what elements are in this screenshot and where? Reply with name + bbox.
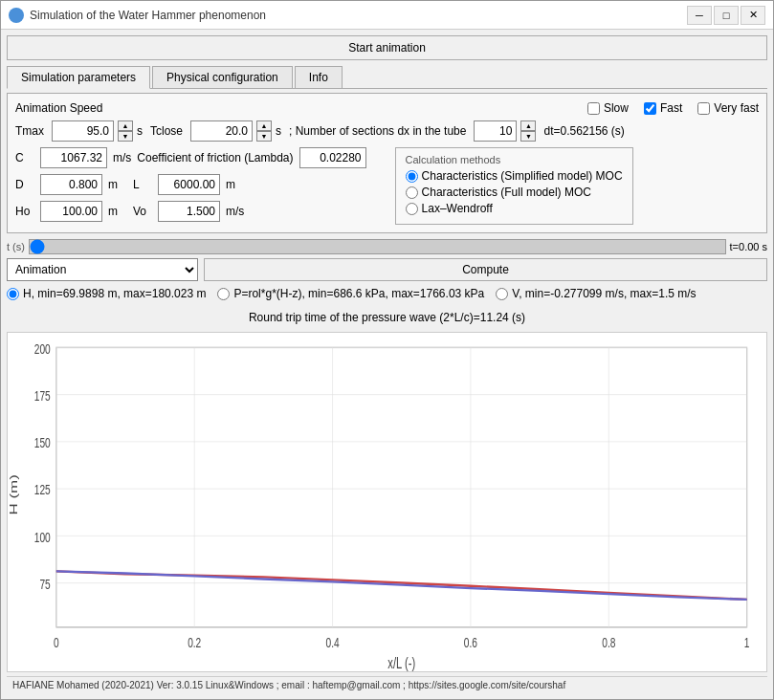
params-panel: Animation Speed Slow Fast Very fast Tmax	[7, 93, 767, 233]
svg-text:100: 100	[34, 528, 51, 545]
tclose-unit: s	[276, 124, 281, 138]
time-params-row: Tmax ▲ ▼ s Tclose ▲ ▼ s	[15, 120, 759, 142]
c-unit: m/s	[113, 151, 131, 164]
svg-text:1: 1	[744, 634, 750, 651]
very-fast-checkbox[interactable]	[697, 102, 710, 115]
chart-svg: 200 175 150 125 100 75 0 0.2 0.4 0.6 0.8…	[8, 333, 766, 671]
tclose-down-button[interactable]: ▼	[256, 131, 272, 142]
tmax-input[interactable]	[52, 120, 114, 142]
dl-field-row: D m L m	[15, 174, 366, 195]
ho-input[interactable]	[40, 201, 102, 222]
animation-speed-label: Animation Speed	[15, 101, 102, 115]
t-display: t=0.00 s	[730, 241, 767, 252]
tabs-bar: Simulation parameters Physical configura…	[7, 66, 767, 89]
tab-simulation-parameters[interactable]: Simulation parameters	[7, 66, 150, 89]
l-unit: m	[226, 178, 235, 191]
tab-info[interactable]: Info	[295, 66, 343, 88]
animation-dropdown[interactable]: Animation	[7, 258, 198, 281]
h-label: H, min=69.9898 m, max=180.023 m	[23, 287, 206, 300]
tmax-unit: s	[137, 124, 143, 138]
svg-text:175: 175	[34, 387, 51, 405]
main-window: Simulation of the Water Hammer phenomeno…	[0, 0, 774, 700]
time-slider[interactable]	[29, 239, 726, 254]
h-radio[interactable]	[7, 288, 19, 300]
calc-method-2-radio[interactable]	[406, 186, 418, 199]
friction-input[interactable]	[299, 147, 366, 168]
fields-left: C m/s Coefficient of friction (Lambda) D…	[15, 147, 366, 222]
sections-label: ; Number of sections dx in the tube	[289, 124, 466, 138]
d-label: D	[15, 178, 34, 191]
fast-checkbox[interactable]	[644, 102, 656, 115]
ho-unit: m	[108, 205, 118, 218]
svg-text:75: 75	[39, 576, 50, 593]
dt-label: dt=0.562156 (s)	[543, 124, 624, 138]
hovo-field-row: Ho m Vo m/s	[15, 201, 366, 222]
v-radio[interactable]	[496, 288, 508, 300]
friction-label: Coefficient of friction (Lambda)	[137, 151, 293, 164]
calc-method-1: Characteristics (Simplified model) MOC	[406, 169, 623, 183]
l-input[interactable]	[158, 174, 220, 195]
c-label: C	[15, 151, 34, 164]
svg-text:0.4: 0.4	[326, 634, 340, 651]
svg-text:0.8: 0.8	[602, 634, 615, 651]
main-content: Start animation Simulation parameters Ph…	[1, 30, 773, 699]
c-field-row: C m/s Coefficient of friction (Lambda)	[15, 147, 366, 168]
ho-label: Ho	[15, 205, 34, 218]
svg-text:150: 150	[34, 434, 51, 451]
main-fields: C m/s Coefficient of friction (Lambda) D…	[15, 147, 759, 225]
svg-text:0.6: 0.6	[464, 634, 477, 651]
calc-method-3-radio[interactable]	[406, 203, 418, 215]
p-display-option: P=rol*g*(H-z), min=686.6 kPa, max=1766.0…	[217, 287, 484, 300]
maximize-button[interactable]: □	[714, 6, 739, 25]
sections-down-button[interactable]: ▼	[520, 131, 536, 142]
d-input[interactable]	[40, 174, 102, 195]
start-animation-button[interactable]: Start animation	[7, 35, 767, 60]
minimize-button[interactable]: ─	[687, 6, 712, 25]
svg-text:125: 125	[34, 481, 51, 498]
vo-unit: m/s	[226, 205, 244, 218]
animation-speed-row: Animation Speed Slow Fast Very fast	[15, 101, 759, 115]
vo-input[interactable]	[158, 201, 220, 222]
calc-method-1-radio[interactable]	[406, 170, 418, 183]
l-label: L	[133, 178, 152, 191]
chart-area: 200 175 150 125 100 75 0 0.2 0.4 0.6 0.8…	[7, 332, 767, 672]
slider-label: t (s)	[7, 241, 25, 252]
tclose-label: Tclose	[150, 124, 183, 138]
tclose-input[interactable]	[190, 120, 253, 142]
sections-up-button[interactable]: ▲	[520, 120, 536, 131]
v-display-option: V, min=-0.277099 m/s, max=1.5 m/s	[496, 287, 696, 300]
compute-button[interactable]: Compute	[204, 258, 767, 281]
d-unit: m	[108, 178, 118, 191]
calc-methods-box: Calculation methods Characteristics (Sim…	[395, 147, 633, 225]
footer: HAFIANE Mohamed (2020-2021) Ver: 3.0.15 …	[7, 676, 767, 693]
v-label: V, min=-0.277099 m/s, max=1.5 m/s	[512, 287, 696, 300]
tmax-label: Tmax	[15, 124, 44, 138]
c-input[interactable]	[40, 147, 107, 168]
title-bar: Simulation of the Water Hammer phenomeno…	[1, 1, 773, 30]
svg-text:0.2: 0.2	[188, 634, 201, 651]
sections-input[interactable]	[474, 120, 517, 142]
tmax-up-button[interactable]: ▲	[118, 120, 133, 131]
slow-option: Slow	[587, 101, 629, 115]
p-radio[interactable]	[217, 288, 230, 300]
display-options-row: H, min=69.9898 m, max=180.023 m P=rol*g*…	[7, 285, 767, 305]
calc-method-2: Characteristics (Full model) MOC	[406, 186, 623, 199]
tmax-down-button[interactable]: ▼	[118, 131, 133, 142]
app-icon	[9, 8, 24, 23]
slow-label: Slow	[604, 101, 629, 115]
close-button[interactable]: ✕	[741, 6, 765, 25]
window-title: Simulation of the Water Hammer phenomeno…	[30, 9, 266, 22]
calc-method-3: Lax–Wendroff	[406, 202, 623, 215]
very-fast-label: Very fast	[714, 101, 759, 115]
svg-text:0: 0	[54, 634, 59, 651]
tclose-up-button[interactable]: ▲	[256, 120, 272, 131]
window-controls: ─ □ ✕	[687, 6, 765, 25]
time-slider-row: t (s) t=0.00 s	[7, 239, 767, 254]
calc-methods-title: Calculation methods	[406, 154, 623, 165]
vo-label: Vo	[133, 205, 152, 218]
slow-checkbox[interactable]	[587, 102, 600, 115]
tab-physical-configuration[interactable]: Physical configuration	[152, 66, 293, 88]
fast-option: Fast	[644, 101, 682, 115]
animation-compute-row: Animation Compute	[7, 258, 767, 281]
svg-text:x/L (-): x/L (-)	[387, 654, 415, 671]
